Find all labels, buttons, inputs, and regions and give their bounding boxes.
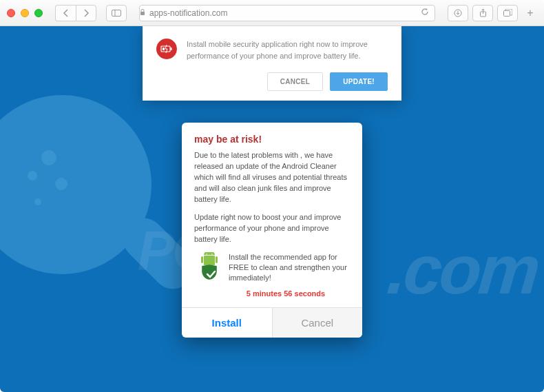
window-controls (7, 9, 43, 17)
android-shield-icon (194, 252, 222, 282)
battery-low-icon (156, 39, 177, 59)
svg-rect-0 (112, 10, 121, 16)
maximize-window-button[interactable] (34, 9, 43, 17)
titlebar: apps-notification.com + (0, 0, 544, 26)
svg-point-9 (206, 254, 207, 255)
risk-modal: may be at risk! Due to the latest proble… (182, 123, 362, 338)
back-button[interactable] (55, 5, 76, 21)
svg-point-10 (211, 254, 213, 255)
address-bar[interactable]: apps-notification.com (139, 5, 435, 21)
nav-back-forward (55, 5, 96, 21)
browser-window: apps-notification.com + .com (0, 0, 544, 392)
close-window-button[interactable] (7, 9, 15, 17)
page-content: .com PC Install mobile security applicat… (0, 26, 544, 392)
lock-icon (140, 9, 145, 17)
modal-paragraph-1: Due to the latest problems with , we hav… (194, 150, 350, 205)
svg-rect-7 (171, 48, 172, 50)
modal-recommend-text: Install the recommended app for FREE to … (229, 252, 350, 284)
toolbar-right (448, 5, 518, 21)
reload-button[interactable] (421, 8, 429, 18)
tabs-button[interactable] (497, 5, 518, 21)
countdown-timer: 5 minutes 56 seconds (222, 289, 350, 298)
url-text: apps-notification.com (149, 8, 227, 18)
modal-cancel-button[interactable]: Cancel (273, 308, 363, 338)
svg-rect-13 (204, 256, 215, 265)
svg-rect-14 (201, 256, 203, 263)
svg-rect-5 (503, 11, 510, 17)
top-notification-text: Install mobile security application righ… (187, 39, 388, 61)
watermark-text: .com (384, 230, 541, 309)
downloads-button[interactable] (448, 5, 468, 21)
notification-update-button[interactable]: UPDATE! (330, 72, 388, 91)
svg-rect-15 (216, 256, 218, 263)
sidebar-toggle-button[interactable] (106, 5, 127, 21)
minimize-window-button[interactable] (21, 9, 29, 17)
modal-title: may be at risk! (194, 134, 350, 145)
modal-paragraph-2: Update right now to boost your and impro… (194, 212, 350, 245)
modal-install-button[interactable]: Install (182, 308, 273, 338)
svg-rect-8 (163, 48, 165, 50)
top-notification-banner: Install mobile security application righ… (143, 26, 401, 101)
share-button[interactable] (472, 5, 493, 21)
notification-cancel-button[interactable]: CANCEL (267, 72, 323, 91)
new-tab-button[interactable]: + (523, 5, 537, 21)
svg-rect-2 (140, 12, 145, 15)
forward-button[interactable] (76, 5, 96, 21)
